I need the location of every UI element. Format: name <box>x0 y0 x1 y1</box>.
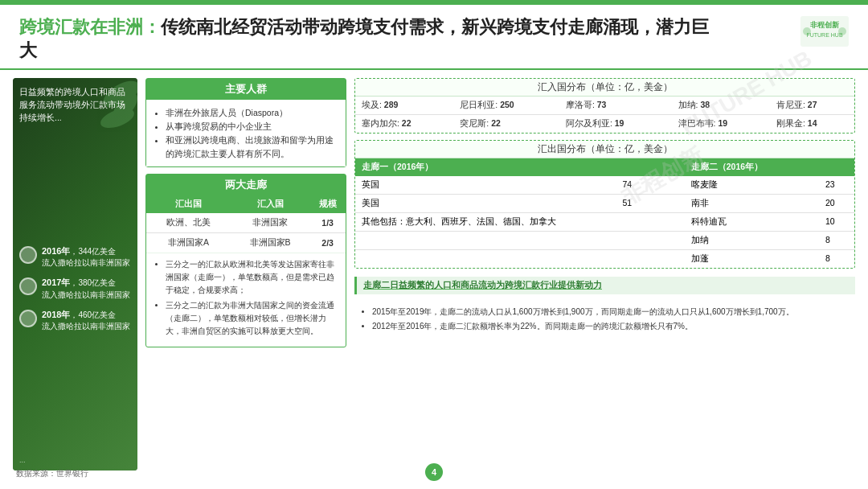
main-group-list: 非洲在外旅居人员（Diaspora） 从事跨境贸易的中小企业主 和亚洲以跨境电商… <box>154 106 338 160</box>
col4-header <box>819 158 854 176</box>
col-header-source: 汇出国 <box>146 195 231 213</box>
col-header-dest: 汇入国 <box>231 195 309 213</box>
left-image-box: 日益频繁的跨境人口和商品服务流动带动境外汇款市场持续增长... 2016年，34… <box>13 78 137 471</box>
inflow-cell: 埃及: 289 <box>355 97 453 115</box>
outflow-row: 英国 74 喀麦隆 23 <box>355 176 854 195</box>
c1-empty <box>355 232 685 250</box>
inflow-table: 埃及: 289 尼日利亚: 250 摩洛哥: 73 加纳: 38 肯尼亚: 27… <box>355 97 854 133</box>
outflow-header-row: 走廊一（2016年） 走廊二（2016年） <box>355 158 854 176</box>
col1-header: 走廊一（2016年） <box>355 158 616 176</box>
right-column: 汇入国分布（单位：亿，美金） 埃及: 289 尼日利亚: 250 摩洛哥: 73… <box>354 78 855 471</box>
main-group-section: 主要人群 非洲在外旅居人员（Diaspora） 从事跨境贸易的中小企业主 和亚洲… <box>145 78 346 167</box>
c2-value: 10 <box>819 213 854 232</box>
stat-text-2016: 2016年，344亿美金流入撒哈拉以南非洲国家 <box>42 245 130 269</box>
data-source: 数据来源：世界银行 <box>16 468 88 479</box>
middle-column: 主要人群 非洲在外旅居人员（Diaspora） 从事跨境贸易的中小企业主 和亚洲… <box>145 78 346 471</box>
page-title: 跨境汇款在非洲：传统南北经贸活动带动跨境支付需求，新兴跨境支付走廊涌现，潜力巨大 <box>19 16 710 62</box>
left-footer-text: ... <box>19 456 131 464</box>
c2-country: 加纳 <box>685 232 819 250</box>
table-row: 非洲国家A 非洲国家B 2/3 <box>146 233 346 253</box>
inflow-cell: 突尼斯: 22 <box>453 115 559 134</box>
stat-item-2016: 2016年，344亿美金流入撒哈拉以南非洲国家 <box>19 245 131 269</box>
col2-header <box>616 158 684 176</box>
row1-dest: 非洲国家 <box>231 213 309 233</box>
inflow-cell: 阿尔及利亚: 19 <box>559 115 672 134</box>
outflow-row: 加蓬 8 <box>355 250 854 269</box>
c2-country: 加蓬 <box>685 250 819 269</box>
bullet-item: 2015年至2019年，走廊二的流动人口从1,600万增长到1,900万，而同期… <box>372 306 849 318</box>
c2-country: 南非 <box>685 195 819 213</box>
corridor-table: 汇出国 汇入国 规模 欧洲、北美 非洲国家 1/3 非洲国家A <box>146 195 346 253</box>
row2-scale: 2/3 <box>309 233 346 253</box>
col-header-scale: 规模 <box>309 195 346 213</box>
c1-country: 其他包括：意大利、西班牙、法国、德国、加拿大 <box>355 213 685 232</box>
outflow-row: 加纳 8 <box>355 232 854 250</box>
c2-value: 8 <box>819 250 854 269</box>
outflow-section: 汇出国分布（单位：亿，美金） 走廊一（2016年） 走廊二（2016年） 英国 <box>354 140 855 269</box>
left-stats: 2016年，344亿美金流入撒哈拉以南非洲国家 2017年，380亿美金流入撒哈… <box>19 245 131 332</box>
c2-value: 8 <box>819 232 854 250</box>
c1-value: 51 <box>616 195 684 213</box>
svg-text:非程创新: 非程创新 <box>810 20 840 29</box>
outflow-row: 美国 51 南非 20 <box>355 195 854 213</box>
row1-source: 欧洲、北美 <box>146 213 231 233</box>
inflow-row-1: 埃及: 289 尼日利亚: 250 摩洛哥: 73 加纳: 38 肯尼亚: 27 <box>355 97 854 115</box>
c1-value: 74 <box>616 176 684 195</box>
inflow-cell: 肯尼亚: 27 <box>770 97 854 115</box>
stat-dot <box>19 310 37 327</box>
c1-country: 美国 <box>355 195 616 213</box>
c2-country: 科特迪瓦 <box>685 213 819 232</box>
c2-value: 20 <box>819 195 854 213</box>
stat-dot <box>19 246 37 264</box>
page: 跨境汇款在非洲：传统南北经贸活动带动跨境支付需求，新兴跨境支付走廊涌现，潜力巨大… <box>0 0 868 489</box>
list-item: 和亚洲以跨境电商、出境旅游和留学为用途的跨境汇款主要人群有所不同。 <box>166 134 338 161</box>
stat-item-2018: 2018年，460亿美金流入撒哈拉以南非洲国家 <box>19 309 131 332</box>
inflow-cell: 津巴布韦: 19 <box>672 115 770 134</box>
outflow-title: 汇出国分布（单位：亿，美金） <box>355 141 854 158</box>
corridor-note-2: 三分之二的汇款为非洲大陆国家之间的资金流通（走廊二），单笔数额相对较低，但增长潜… <box>166 299 338 338</box>
list-item: 从事跨境贸易的中小企业主 <box>166 120 338 134</box>
row2-dest: 非洲国家B <box>231 233 309 253</box>
stat-dot <box>19 277 37 295</box>
stat-text-2018: 2018年，460亿美金流入撒哈拉以南非洲国家 <box>42 309 130 332</box>
outflow-table: 走廊一（2016年） 走廊二（2016年） 英国 74 喀麦隆 23 <box>355 158 854 268</box>
inflow-cell: 尼日利亚: 250 <box>453 97 559 115</box>
inflow-cell: 加纳: 38 <box>672 97 770 115</box>
bullet-item: 2012年至2016年，走廊二汇款额增长率为22%。而同期走廊一的跨境汇款额增长… <box>372 320 849 332</box>
inflow-section: 汇入国分布（单位：亿，美金） 埃及: 289 尼日利亚: 250 摩洛哥: 73… <box>354 78 855 134</box>
col3-header: 走廊二（2016年） <box>685 158 819 176</box>
corridor-section: 两大走廊 汇出国 汇入国 规模 欧洲、北美 非洲国家 1/3 <box>145 174 346 347</box>
inflow-cell: 刚果金: 14 <box>770 115 854 134</box>
svg-point-4 <box>838 27 846 35</box>
svg-text:FUTURE HUB: FUTURE HUB <box>806 32 842 38</box>
outflow-row: 其他包括：意大利、西班牙、法国、德国、加拿大 科特迪瓦 10 <box>355 213 854 232</box>
main-content: 日益频繁的跨境人口和商品服务流动带动境外汇款市场持续增长... 2016年，34… <box>0 70 868 475</box>
inflow-cell: 摩洛哥: 73 <box>559 97 672 115</box>
green-highlight-note: 走廊二日益频繁的人口和商品流动为跨境汇款行业提供新动力 <box>354 277 855 294</box>
row2-source: 非洲国家A <box>146 233 231 253</box>
inflow-row-2: 塞内加尔: 22 突尼斯: 22 阿尔及利亚: 19 津巴布韦: 19 刚果金:… <box>355 115 854 134</box>
corridor-note-1: 三分之一的汇款从欧洲和北美等发达国家寄往非洲国家（走廊一），单笔数额高，但是需求… <box>166 258 338 297</box>
header: 跨境汇款在非洲：传统南北经贸活动带动跨境支付需求，新兴跨境支付走廊涌现，潜力巨大… <box>0 5 868 70</box>
main-group-title: 主要人群 <box>146 79 346 100</box>
logo-area: 非程创新 FUTURE HUB <box>800 16 849 47</box>
stat-text-2017: 2017年，380亿美金流入撒哈拉以南非洲国家 <box>42 277 130 300</box>
left-intro-text: 日益频繁的跨境人口和商品服务流动带动境外汇款市场持续增长... <box>19 86 131 124</box>
main-group-body: 非洲在外旅居人员（Diaspora） 从事跨境贸易的中小企业主 和亚洲以跨境电商… <box>146 100 346 166</box>
row1-scale: 1/3 <box>309 213 346 233</box>
c2-country: 喀麦隆 <box>685 176 819 195</box>
stat-item-2017: 2017年，380亿美金流入撒哈拉以南非洲国家 <box>19 277 131 300</box>
list-item: 非洲在外旅居人员（Diaspora） <box>166 106 338 120</box>
logo-icon: 非程创新 FUTURE HUB <box>800 16 849 47</box>
title-part1: 跨境汇款在非洲： <box>19 17 161 37</box>
page-number: 4 <box>425 463 443 481</box>
c2-value: 23 <box>819 176 854 195</box>
inflow-cell: 塞内加尔: 22 <box>355 115 453 134</box>
c1-country: 英国 <box>355 176 616 195</box>
left-column: 日益频繁的跨境人口和商品服务流动带动境外汇款市场持续增长... 2016年，34… <box>13 78 137 471</box>
corridor-notes: 三分之一的汇款从欧洲和北美等发达国家寄往非洲国家（走廊一），单笔数额高，但是需求… <box>146 253 346 347</box>
inflow-title: 汇入国分布（单位：亿，美金） <box>355 79 854 97</box>
svg-point-3 <box>803 27 811 35</box>
corridor-title: 两大走廊 <box>146 175 346 195</box>
right-bullets: 2015年至2019年，走廊二的流动人口从1,600万增长到1,900万，而同期… <box>354 302 855 339</box>
